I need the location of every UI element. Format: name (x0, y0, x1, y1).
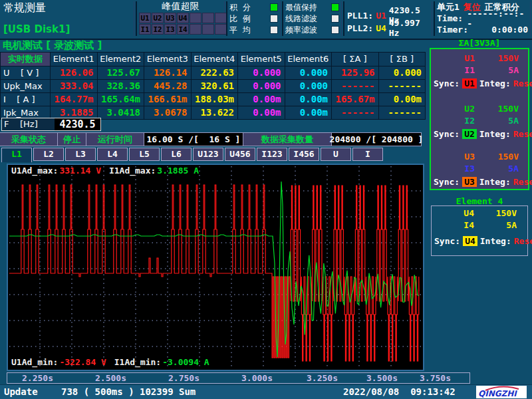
table-cell: ------ (332, 80, 378, 92)
tab-l1[interactable]: L1 (1, 148, 32, 162)
pll2-source: U4 (376, 23, 386, 33)
tab-u[interactable]: U (321, 148, 351, 161)
checkbox-on-icon[interactable] (270, 3, 278, 11)
table-cell: 0.000 (285, 80, 332, 92)
realtime-data-table: 实时数据 Element1 Element2 Element3 Element4… (0, 52, 426, 120)
u-channel: U4 (432, 208, 474, 220)
tab-i123[interactable]: I123 (257, 148, 287, 161)
filter-row[interactable]: 频率滤波 (285, 25, 339, 35)
tab-l4[interactable]: L4 (97, 148, 128, 161)
timer-value: 0:00:00 (491, 25, 528, 35)
u-max-value: 331.14 V (59, 166, 101, 176)
unit-name: 单元1 (437, 1, 460, 13)
table-header-cell: [ ΣA ] (332, 53, 378, 66)
checkbox-off-icon[interactable] (331, 26, 339, 34)
x-tick: 2.500s (95, 373, 126, 383)
table-cell: ------ (379, 106, 426, 119)
waveform-svg (8, 165, 423, 370)
page-title: 常规测量 (3, 1, 46, 15)
row-label: I [ A ] (1, 93, 50, 106)
integ-mode-row[interactable]: 积 分 (229, 2, 278, 13)
peak-cell: U2 (152, 13, 164, 23)
table-cell: 0.00m (238, 106, 285, 119)
checkbox-off-icon[interactable] (331, 15, 339, 23)
table-cell: 328.36 (98, 80, 144, 92)
peak-cell: I1 (139, 24, 151, 35)
tab-l5[interactable]: L5 (129, 148, 160, 161)
u-channel: U3 (431, 152, 475, 164)
table-cell: 3.0418 (98, 106, 144, 119)
tab-l6[interactable]: L6 (161, 148, 192, 161)
i-range: 5A (475, 164, 519, 176)
pll-block: PLL1: U1 4230.5 Hz PLL2: U4 49.997 Hz (343, 1, 432, 36)
integ-mode-row[interactable]: 平 均 (229, 25, 278, 35)
i-channel: I1 (431, 65, 475, 77)
peak-cell (215, 13, 227, 23)
chart-min-annotation: U1Ad_min: -322.84 V I1Ad_min: -3.0094 A (11, 357, 209, 367)
acq-count-value: 204800 /[ 204800 ] (331, 132, 422, 146)
checkbox-on-icon[interactable] (331, 3, 339, 11)
tab-u123[interactable]: U123 (193, 148, 223, 161)
table-cell: 188.03m (192, 93, 238, 106)
table-cell: 445.28 (144, 80, 191, 92)
row-label: U [ V ] (1, 66, 50, 79)
table-cell: 0.000 (238, 66, 285, 79)
table-header-cell: Element3 (144, 53, 191, 66)
table-cell: 0.00m (285, 106, 332, 119)
u-min-label: U1Ad_min: (11, 357, 58, 367)
measure-mode-block: 常规测量 [USB Disk1] (0, 1, 134, 36)
sync-source-chip[interactable]: U4 (463, 236, 477, 246)
chart-max-annotation: U1Ad_max: 331.14 V I1Ad_max: 3.1885 A (11, 166, 199, 176)
checkbox-off-icon[interactable] (270, 15, 278, 23)
integ-status: Reset (513, 78, 532, 88)
tab-u456[interactable]: U456 (225, 148, 255, 161)
brand-logo: QINGZHI (476, 386, 527, 398)
sync-source-chip[interactable]: U3 (462, 177, 477, 187)
element3-group: U3150V I35A Sync: U3 Integ: Reset (431, 152, 528, 188)
usb-disk-status: [USB Disk1] (3, 23, 70, 35)
tab-i456[interactable]: I456 (289, 148, 319, 161)
i-range: 5A (474, 220, 517, 232)
tab-l3[interactable]: L3 (65, 148, 96, 161)
table-cell: ------ (379, 80, 426, 92)
frequency-value: 4230.5 (55, 118, 100, 130)
x-tick: 3.500s (366, 373, 398, 383)
unit-block: 单元1 复位 正常积分 Time: ------:--:-- Timer: 0:… (434, 1, 531, 36)
wiring-group-title: ΣA[3V3A] (430, 38, 529, 48)
table-header-cell: Element2 (98, 53, 144, 66)
integ-mode-row[interactable]: 比 例 (229, 13, 278, 24)
acq-status-label: 采集状态 (0, 132, 58, 146)
table-cell: 125.67 (98, 66, 144, 79)
checkbox-off-icon[interactable] (270, 26, 278, 34)
integ-mode-label: 平 均 (229, 25, 251, 36)
pll1-source: U1 (376, 11, 386, 21)
sync-source-chip[interactable]: U2 (462, 129, 477, 139)
waveform-chart: U1Ad_max: 331.14 V I1Ad_max: 3.1885 A U1… (7, 164, 424, 371)
acq-status-value: 停止 (57, 132, 86, 146)
filter-row[interactable]: 线路滤波 (285, 13, 339, 24)
peak-cell (202, 24, 214, 35)
i-min-label: I1Ad_min: (114, 357, 161, 367)
sync-label: Sync: (434, 129, 460, 139)
sync-source-chip[interactable]: U1 (462, 78, 477, 88)
tab-l2[interactable]: L2 (33, 148, 64, 161)
filter-row[interactable]: 最值保持 (285, 2, 339, 13)
peak-cell: I4 (177, 24, 189, 35)
sync-label: Sync: (434, 236, 460, 246)
time-row: Time: ------:--:-- (437, 13, 528, 24)
sync-label: Sync: (434, 78, 460, 88)
table-cell: 165.67m (332, 93, 378, 106)
table-cell: 0.000 (238, 80, 285, 92)
peak-cell (215, 24, 227, 35)
integ-status: Reset (513, 177, 532, 187)
i-max-value: 3.1885 A (157, 166, 199, 176)
table-cell: 0.00m (285, 93, 332, 106)
tab-i[interactable]: I (352, 148, 383, 161)
table-cell: 13.622 (192, 106, 238, 119)
acq-runtime-value: 16.00 S /[ 16 S ] (144, 132, 243, 146)
power-analyzer-screen: 常规测量 [USB Disk1] 峰值超限 U1 U2 U3 U4 I1 I2 … (0, 0, 532, 399)
brand-logo-text: QINGZHI (478, 389, 517, 398)
table-cell: 0.000 (379, 66, 426, 79)
x-tick: 3.750s (420, 373, 451, 383)
waveform-channel-tabs: L1 L2 L3 L4 L5 L6 U123 U456 I123 I456 U … (1, 148, 383, 162)
